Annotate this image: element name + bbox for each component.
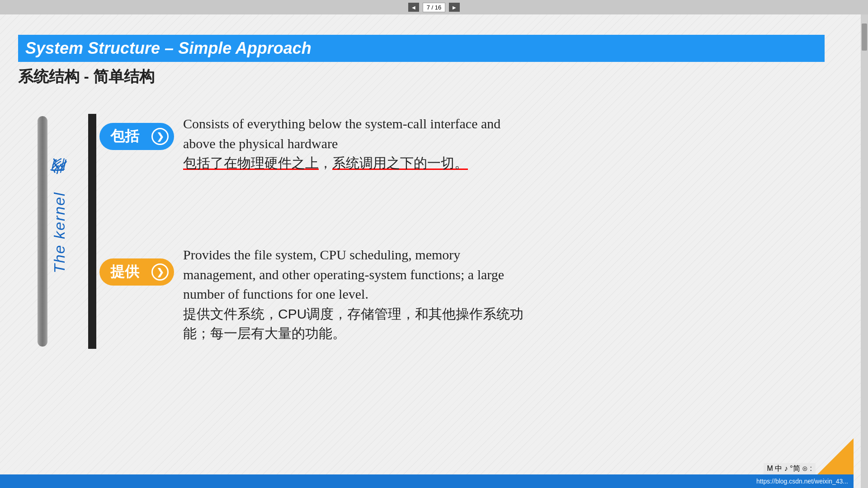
text1-cn-part3: 系统调用之下的一切。 xyxy=(332,155,468,170)
status-icons: M 中 ♪ °简 ⊙ : xyxy=(767,464,812,474)
text2-cn-line2: 能；每一层有大量的功能。 xyxy=(183,324,825,343)
prev-button[interactable]: ◀ xyxy=(408,3,419,12)
bottom-bar: https://blog.csdn.net/weixin_43... xyxy=(0,474,854,488)
text1-cn-comma: ， xyxy=(319,155,332,170)
triangle-orange xyxy=(817,438,854,474)
slide-title-en: System Structure – Simple Approach xyxy=(25,39,311,58)
kernel-label: The kernel 内核 xyxy=(49,185,70,273)
slide: System Structure – Simple Approach 系统结构 … xyxy=(0,14,861,488)
text2-cn-line1: 提供文件系统，CPU调度，存储管理，和其他操作系统功 xyxy=(183,304,825,324)
status-bar: M 中 ♪ °简 ⊙ : xyxy=(764,463,816,474)
next-button[interactable]: ▶ xyxy=(449,3,460,12)
page-current: 7 xyxy=(427,4,430,11)
pill-bao-kuo: 包括 ❯ xyxy=(99,123,174,150)
text1-cn: 包括了在物理硬件之上，系统调用之下的一切。 xyxy=(183,153,825,173)
text-block-2: Provides the file system, CPU scheduling… xyxy=(183,245,825,343)
pill2-label: 提供 xyxy=(110,262,139,282)
text2-en-line3: number of functions for one level. xyxy=(183,284,825,304)
bottom-url: https://blog.csdn.net/weixin_43... xyxy=(756,478,848,485)
pill2-arrow: ❯ xyxy=(151,263,169,281)
text1-en-line1: Consists of everything below the system-… xyxy=(183,114,825,134)
gray-bar-decoration xyxy=(38,116,47,347)
page-total: 16 xyxy=(435,4,441,11)
scrollbar-thumb[interactable] xyxy=(862,23,867,51)
scrollbar[interactable] xyxy=(861,14,868,488)
content-area: 包括 ❯ Consists of everything below the sy… xyxy=(99,105,825,452)
title-bar: System Structure – Simple Approach xyxy=(18,35,825,62)
text1-cn-part1: 包括了在物理硬件之上 xyxy=(183,155,319,170)
text-block-1: Consists of everything below the system-… xyxy=(183,114,825,173)
text2-en-line1: Provides the file system, CPU scheduling… xyxy=(183,245,825,265)
toolbar: ◀ 7 / 16 ▶ xyxy=(0,0,868,14)
page-indicator: 7 / 16 xyxy=(423,3,446,12)
pill-ti-gong: 提供 ❯ xyxy=(99,258,174,286)
slide-subtitle-cn: 系统结构 - 简单结构 xyxy=(18,66,155,87)
text2-en-line2: management, and other operating-system f… xyxy=(183,265,825,285)
page-separator: / xyxy=(432,4,434,11)
text1-en-line2: above the physical hardware xyxy=(183,134,825,154)
corner-decoration xyxy=(817,438,854,474)
pill1-arrow: ❯ xyxy=(151,128,169,145)
pill1-label: 包括 xyxy=(110,127,139,146)
